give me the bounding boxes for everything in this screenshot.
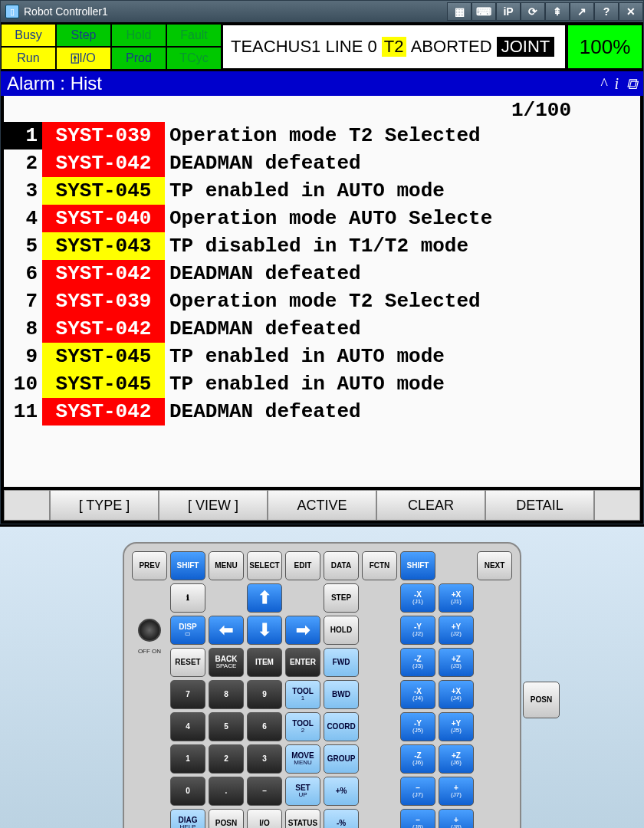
pendant-key-data[interactable]: DATA xyxy=(324,551,359,580)
titlebar-button-⌨[interactable]: ⌨ xyxy=(472,2,496,21)
pendant-key-menu[interactable]: MENU xyxy=(209,551,244,580)
multiwindow-icon[interactable]: ⧉ xyxy=(626,75,637,93)
softkey-right-blank[interactable] xyxy=(594,490,640,521)
pendant-key-shift[interactable]: SHIFT xyxy=(170,551,205,580)
alarm-counter: 1/100 xyxy=(4,99,640,122)
pendant-key-[interactable]: -% xyxy=(324,809,359,828)
pendant-key-[interactable]: – xyxy=(247,777,282,806)
pendant-key-z[interactable]: -Z(J3) xyxy=(400,648,435,677)
pendant-key-0[interactable]: 0 xyxy=(170,777,205,806)
titlebar-button-?[interactable]: ? xyxy=(594,2,619,21)
titlebar-button-✕[interactable]: ✕ xyxy=(619,2,643,21)
pendant-key-z[interactable]: +Z(J6) xyxy=(439,744,474,774)
softkey-detail[interactable]: DETAIL xyxy=(485,490,594,521)
titlebar-button-↗[interactable]: ↗ xyxy=(570,2,594,21)
alarm-row[interactable]: 5SYST-043TP disabled in T1/T2 mode xyxy=(4,232,640,260)
pendant-key-bwd[interactable]: BWD xyxy=(324,680,359,709)
pendant-key-8[interactable]: 8 xyxy=(209,680,244,709)
alarm-row[interactable]: 9SYST-045TP enabled in AUTO mode xyxy=(4,343,640,370)
softkey-active[interactable]: ACTIVE xyxy=(268,490,376,521)
pendant-key-y[interactable]: -Y(J5) xyxy=(400,712,435,741)
window-title: Robot Controller1 xyxy=(24,5,447,18)
pendant-key-fwd[interactable]: FWD xyxy=(324,648,359,677)
pendant-key-y[interactable]: +Y(J5) xyxy=(439,712,474,741)
alarm-number: 9 xyxy=(4,343,42,370)
alarm-row[interactable]: 11SYST-042DEADMAN defeated xyxy=(4,398,640,426)
pendant-key-group[interactable]: GROUP xyxy=(324,744,359,774)
pendant-key-[interactable]: ⬇ xyxy=(247,616,282,645)
pendant-key-7[interactable]: 7 xyxy=(170,680,205,709)
pendant-key-3[interactable]: 3 xyxy=(247,744,282,774)
pendant-key-reset[interactable]: RESET xyxy=(170,648,205,677)
pendant-key-item[interactable]: ITEM xyxy=(247,648,282,677)
alarm-row[interactable]: 4SYST-040Operation mode AUTO Selecte xyxy=(4,205,640,232)
pendant-key-set[interactable]: SETUP xyxy=(285,777,320,806)
pendant-key-[interactable]: ℹ xyxy=(170,583,205,613)
alarm-row[interactable]: 8SYST-042DEADMAN defeated xyxy=(4,315,640,343)
pendant-key-posn[interactable]: POSN xyxy=(209,809,244,828)
pendant-key-step[interactable]: STEP xyxy=(324,583,359,613)
pendant-key-[interactable]: –(J7) xyxy=(400,777,435,806)
pendant-key-9[interactable]: 9 xyxy=(247,680,282,709)
pendant-key-x[interactable]: -X(J4) xyxy=(400,680,435,709)
pendant-key-y[interactable]: -Y(J2) xyxy=(400,616,435,645)
pendant-key-io[interactable]: I/O xyxy=(247,809,282,828)
pendant-key-move[interactable]: MOVEMENU xyxy=(285,744,320,774)
pendant-key-[interactable]: +% xyxy=(324,777,359,806)
pendant-key-select[interactable]: SELECT xyxy=(247,551,282,580)
alarm-code: SYST-043 xyxy=(42,232,165,260)
softkey-view[interactable]: [ VIEW ] xyxy=(159,490,268,521)
pendant-key-shift[interactable]: SHIFT xyxy=(400,551,435,580)
pendant-key-2[interactable]: 2 xyxy=(209,744,244,774)
info-icon[interactable]: i xyxy=(614,75,619,93)
pendant-key-status[interactable]: STATUS xyxy=(285,809,320,828)
caret-up-icon[interactable]: ^ xyxy=(600,75,606,93)
pendant-key-[interactable]: ➡ xyxy=(285,616,320,645)
override-percent[interactable]: 100% xyxy=(567,24,643,70)
titlebar-button-⇞[interactable]: ⇞ xyxy=(545,2,570,21)
alarm-row[interactable]: 10SYST-045TP enabled in AUTO mode xyxy=(4,370,640,398)
pendant-key-[interactable]: ⬆ xyxy=(247,583,282,613)
pendant-key-enter[interactable]: ENTER xyxy=(285,648,320,677)
pendant-key-next[interactable]: NEXT xyxy=(477,551,512,580)
pendant-key-5[interactable]: 5 xyxy=(209,712,244,741)
alarm-row[interactable]: 1SYST-039Operation mode T2 Selected xyxy=(4,122,640,150)
pendant-key-fctn[interactable]: FCTN xyxy=(362,551,397,580)
titlebar-button-iP[interactable]: iP xyxy=(496,2,521,21)
posn-side-button[interactable]: POSN xyxy=(523,682,560,718)
pendant-key-edit[interactable]: EDIT xyxy=(285,551,320,580)
pendant-key-y[interactable]: +Y(J2) xyxy=(439,616,474,645)
alarm-message: Operation mode T2 Selected xyxy=(165,122,481,150)
pendant-key-z[interactable]: -Z(J6) xyxy=(400,744,435,774)
pendant-key-x[interactable]: +X(J1) xyxy=(439,583,474,613)
alarm-row[interactable]: 3SYST-045TP enabled in AUTO mode xyxy=(4,177,640,205)
pendant-key-tool[interactable]: TOOL1 xyxy=(285,680,320,709)
pendant-key-tool[interactable]: TOOL2 xyxy=(285,712,320,741)
softkey-clear[interactable]: CLEAR xyxy=(376,490,485,521)
pendant-key-hold[interactable]: HOLD xyxy=(324,616,359,645)
alarm-row[interactable]: 7SYST-039Operation mode T2 Selected xyxy=(4,288,640,315)
alarm-row[interactable]: 6SYST-042DEADMAN defeated xyxy=(4,260,640,288)
softkey-type[interactable]: [ TYPE ] xyxy=(50,490,159,521)
pendant-key-diag[interactable]: DIAGHELP xyxy=(170,809,205,828)
pendant-key-[interactable]: +(J8) xyxy=(439,809,474,828)
pendant-key-[interactable]: –(J8) xyxy=(400,809,435,828)
pendant-key-disp[interactable]: DISP▭ xyxy=(170,616,205,645)
pendant-key-x[interactable]: +X(J4) xyxy=(439,680,474,709)
alarm-row[interactable]: 2SYST-042DEADMAN defeated xyxy=(4,150,640,177)
pendant-key-6[interactable]: 6 xyxy=(247,712,282,741)
pendant-key-coord[interactable]: COORD xyxy=(324,712,359,741)
pendant-key-[interactable]: . xyxy=(209,777,244,806)
titlebar-button-⟳[interactable]: ⟳ xyxy=(521,2,545,21)
alarm-list: 1/100 1SYST-039Operation mode T2 Selecte… xyxy=(1,96,643,487)
pendant-key-1[interactable]: 1 xyxy=(170,744,205,774)
pendant-key-back[interactable]: BACKSPACE xyxy=(209,648,244,677)
pendant-key-prev[interactable]: PREV xyxy=(132,551,167,580)
pendant-key-4[interactable]: 4 xyxy=(170,712,205,741)
pendant-key-[interactable]: ⬅ xyxy=(209,616,244,645)
pendant-key-[interactable]: +(J7) xyxy=(439,777,474,806)
pendant-key-x[interactable]: -X(J1) xyxy=(400,583,435,613)
titlebar-button-▦[interactable]: ▦ xyxy=(447,2,472,21)
pendant-key-z[interactable]: +Z(J3) xyxy=(439,648,474,677)
softkey-left-blank[interactable] xyxy=(4,490,50,521)
